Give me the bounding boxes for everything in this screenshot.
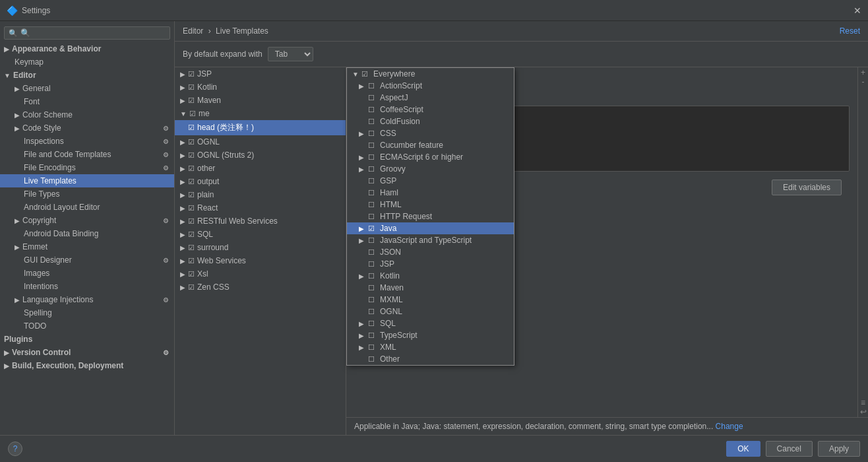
change-link[interactable]: Change bbox=[716, 422, 743, 431]
list-item[interactable]: ▶ ☑ RESTful Web Services bbox=[175, 214, 346, 228]
list-item[interactable]: ▶ ☑ plain bbox=[175, 188, 346, 201]
list-item[interactable]: ▶ ☑ Xsl bbox=[175, 267, 346, 280]
ok-button[interactable]: OK bbox=[726, 441, 760, 457]
sidebar-item-file-encodings[interactable]: File Encodings ⚙ bbox=[0, 161, 174, 174]
context-item[interactable]: ▶ ☐ GSP bbox=[347, 175, 514, 187]
chevron-right-icon: ▶ bbox=[180, 165, 185, 172]
list-item[interactable]: ▶ ☑ surround bbox=[175, 241, 346, 254]
context-item[interactable]: ▶ ☐ MXML bbox=[347, 294, 514, 306]
list-item[interactable]: ▶ ☑ Maven bbox=[175, 94, 346, 107]
help-button[interactable]: ? bbox=[8, 442, 22, 456]
sidebar-item-inspections[interactable]: Inspections ⚙ bbox=[0, 135, 174, 148]
context-item[interactable]: ▶ ☐ SQL bbox=[347, 317, 514, 329]
sidebar-label: Emmet bbox=[22, 242, 47, 251]
expand-with-select[interactable]: Tab Enter Space bbox=[268, 47, 313, 61]
list-item[interactable]: ▶ ☑ other bbox=[175, 162, 346, 175]
list-item[interactable]: ▶ ☑ OGNL bbox=[175, 135, 346, 148]
main-layout: 🔍 ▶ Appearance & Behavior Keymap ▼ Edito… bbox=[0, 21, 868, 435]
sidebar-item-editor[interactable]: ▼ Editor bbox=[0, 69, 174, 82]
context-item[interactable]: ▶ ☐ Haml bbox=[347, 187, 514, 199]
chevron-right-icon: ▶ bbox=[15, 85, 20, 92]
context-item[interactable]: ▶ ☐ Maven bbox=[347, 282, 514, 294]
checkbox-icon: ☐ bbox=[368, 236, 377, 245]
chevron-right-icon: ▶ bbox=[359, 332, 365, 339]
sidebar-label: Color Scheme bbox=[22, 110, 73, 119]
sidebar-item-plugins[interactable]: Plugins bbox=[0, 333, 174, 346]
context-item[interactable]: ▶ ☐ ActionScript bbox=[347, 80, 514, 92]
list-item[interactable]: ▶ ☑ JSP bbox=[175, 67, 346, 81]
sidebar-item-color-scheme[interactable]: ▶ Color Scheme bbox=[0, 108, 174, 121]
context-item[interactable]: ▶ ☐ Other bbox=[347, 353, 514, 365]
sidebar-item-spelling[interactable]: Spelling bbox=[0, 306, 174, 319]
list-item[interactable]: ▶ ☑ React bbox=[175, 201, 346, 214]
checkbox-icon: ☑ bbox=[188, 257, 195, 265]
sidebar-item-android-layout-editor[interactable]: Android Layout Editor bbox=[0, 201, 174, 214]
checkbox-icon: ☑ bbox=[188, 217, 195, 226]
context-item[interactable]: ▶ ☐ CSS bbox=[347, 127, 514, 139]
sidebar-item-images[interactable]: Images bbox=[0, 267, 174, 280]
list-item[interactable]: ☑ head (类注释！) bbox=[175, 120, 346, 135]
context-item[interactable]: ▶ ☐ JSP bbox=[347, 258, 514, 270]
context-item[interactable]: ▶ ☐ ECMAScript 6 or higher bbox=[347, 151, 514, 163]
sidebar-item-intentions[interactable]: Intentions bbox=[0, 280, 174, 293]
list-item[interactable]: ▶ ☑ output bbox=[175, 175, 346, 188]
context-item[interactable]: ▶ ☐ HTML bbox=[347, 199, 514, 211]
context-item[interactable]: ▶ ☐ ColdFusion bbox=[347, 116, 514, 127]
list-item[interactable]: ▶ ☑ Kotlin bbox=[175, 81, 346, 94]
search-input[interactable] bbox=[20, 28, 166, 38]
close-button[interactable]: ✕ bbox=[853, 5, 861, 16]
search-box[interactable]: 🔍 bbox=[4, 26, 170, 40]
sidebar-item-todo[interactable]: TODO bbox=[0, 319, 174, 333]
context-item[interactable]: ▶ ☐ Groovy bbox=[347, 163, 514, 175]
sidebar-item-code-style[interactable]: ▶ Code Style ⚙ bbox=[0, 121, 174, 135]
chevron-right-icon: ▶ bbox=[180, 84, 185, 91]
context-item[interactable]: ▼ ☑ Everywhere bbox=[347, 68, 514, 80]
context-item[interactable]: ▶ ☐ JSON bbox=[347, 246, 514, 258]
sidebar-label: Editor bbox=[13, 71, 36, 80]
sidebar-item-font[interactable]: Font bbox=[0, 95, 174, 108]
cancel-button[interactable]: Cancel bbox=[766, 441, 813, 457]
item-label: Zen CSS bbox=[197, 282, 230, 292]
context-item[interactable]: ▶ ☐ Kotlin bbox=[347, 270, 514, 282]
apply-button[interactable]: Apply bbox=[818, 441, 860, 457]
sidebar-item-gui-designer[interactable]: GUI Designer ⚙ bbox=[0, 253, 174, 267]
item-label: RESTful Web Services bbox=[197, 216, 278, 226]
scroll-up-button[interactable]: + bbox=[861, 69, 865, 77]
sidebar-item-file-code-templates[interactable]: File and Code Templates ⚙ bbox=[0, 148, 174, 161]
checkbox-icon: ☐ bbox=[368, 153, 377, 162]
context-item[interactable]: ▶ ☐ JavaScript and TypeScript bbox=[347, 234, 514, 246]
sidebar-item-keymap[interactable]: Keymap bbox=[0, 55, 174, 69]
gear-icon: ⚙ bbox=[163, 125, 169, 132]
sidebar-item-emmet[interactable]: ▶ Emmet bbox=[0, 240, 174, 253]
list-item[interactable]: ▶ ☑ Zen CSS bbox=[175, 280, 346, 294]
context-item[interactable]: ▶ ☐ TypeScript bbox=[347, 329, 514, 341]
edit-variables-button[interactable]: Edit variables bbox=[772, 180, 842, 195]
sidebar-item-android-data-binding[interactable]: Android Data Binding bbox=[0, 227, 174, 240]
context-item[interactable]: ▶ ☐ Cucumber feature bbox=[347, 139, 514, 151]
scroll-back-button[interactable]: ↩ bbox=[860, 408, 867, 416]
sidebar-item-live-templates[interactable]: Live Templates bbox=[0, 174, 174, 187]
checkbox-icon: ☑ bbox=[188, 283, 195, 292]
list-item[interactable]: ▶ ☑ SQL bbox=[175, 228, 346, 241]
sidebar-item-general[interactable]: ▶ General bbox=[0, 82, 174, 95]
context-item[interactable]: ▶ ☐ AspectJ bbox=[347, 92, 514, 104]
context-item[interactable]: ▶ ☐ CoffeeScript bbox=[347, 104, 514, 116]
checkbox-icon: ☑ bbox=[188, 138, 195, 147]
sidebar-item-copyright[interactable]: ▶ Copyright ⚙ bbox=[0, 214, 174, 227]
sidebar-item-appearance[interactable]: ▶ Appearance & Behavior bbox=[0, 42, 174, 55]
sidebar-item-build-execution[interactable]: ▶ Build, Execution, Deployment bbox=[0, 359, 174, 372]
sidebar-item-file-types[interactable]: File Types bbox=[0, 187, 174, 201]
scroll-down-button[interactable]: - bbox=[862, 78, 865, 86]
sidebar-item-version-control[interactable]: ▶ Version Control ⚙ bbox=[0, 346, 174, 359]
context-item-java[interactable]: ▶ ☑ Java bbox=[347, 222, 514, 234]
sidebar-item-language-injections[interactable]: ▶ Language Injections ⚙ bbox=[0, 293, 174, 306]
list-item[interactable]: ▼ ☑ me bbox=[175, 107, 346, 120]
checkbox-icon: ☐ bbox=[368, 308, 377, 316]
context-item[interactable]: ▶ ☐ OGNL bbox=[347, 306, 514, 317]
sidebar-label: Version Control bbox=[12, 348, 71, 357]
reset-link[interactable]: Reset bbox=[840, 26, 860, 36]
context-item[interactable]: ▶ ☐ HTTP Request bbox=[347, 211, 514, 222]
list-item[interactable]: ▶ ☑ Web Services bbox=[175, 254, 346, 267]
list-item[interactable]: ▶ ☑ OGNL (Struts 2) bbox=[175, 148, 346, 162]
context-item[interactable]: ▶ ☐ XML bbox=[347, 341, 514, 353]
